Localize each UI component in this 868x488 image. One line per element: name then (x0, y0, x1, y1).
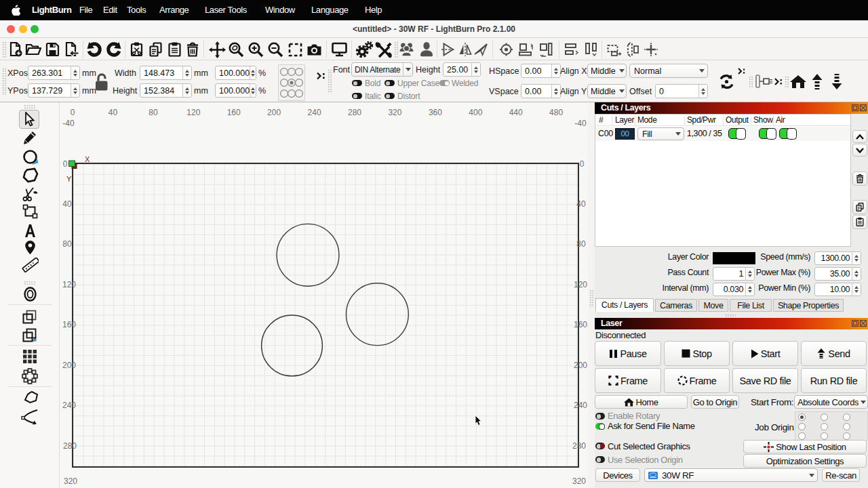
svg-text:X: X (85, 155, 90, 163)
svg-text:Y: Y (66, 175, 72, 183)
